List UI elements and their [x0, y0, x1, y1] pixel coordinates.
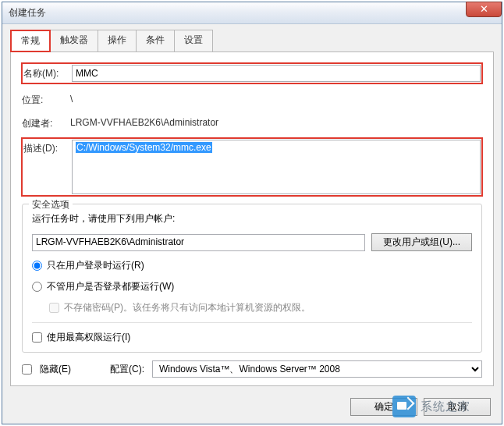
tab-actions[interactable]: 操作: [98, 30, 137, 51]
radio-logged-on-label: 只在用户登录时运行(R): [47, 259, 144, 272]
account-display: LRGM-VVFHAEB2K6\Administrator: [32, 234, 365, 251]
tab-general[interactable]: 常规: [10, 30, 51, 52]
close-button[interactable]: ✕: [466, 2, 502, 17]
radio-any-login-label: 不管用户是否登录都要运行(W): [47, 280, 174, 293]
ok-button[interactable]: 确定: [350, 398, 417, 416]
radio-logged-on-row: 只在用户登录时运行(R): [32, 259, 472, 272]
hidden-label: 隐藏(E): [40, 363, 71, 376]
name-row: 名称(M):: [22, 63, 482, 83]
description-label: 描述(D):: [23, 140, 72, 155]
author-row: 创建者: LRGM-VVFHAEB2K6\Administrator: [22, 115, 482, 130]
author-label: 创建者:: [22, 115, 70, 130]
description-row: 描述(D): C:/Windows/System32/mmc.exe: [22, 138, 482, 196]
configure-for-label: 配置(C):: [110, 363, 144, 376]
checkbox-hidden[interactable]: [22, 364, 32, 375]
configure-for-select[interactable]: Windows Vista™、Windows Server™ 2008: [152, 360, 482, 378]
tab-strip: 常规 触发器 操作 条件 设置: [10, 30, 494, 52]
name-label: 名称(M):: [23, 65, 72, 80]
tab-triggers[interactable]: 触发器: [50, 30, 98, 51]
tab-settings[interactable]: 设置: [174, 30, 213, 51]
highest-privileges-row: 使用最高权限运行(I): [32, 331, 472, 344]
run-as-label: 运行任务时，请使用下列用户帐户:: [32, 212, 472, 225]
titlebar[interactable]: 创建任务 ✕: [2, 2, 502, 24]
no-store-password-row: 不存储密码(P)。该任务将只有访问本地计算机资源的权限。: [49, 301, 472, 314]
radio-logged-on[interactable]: [32, 261, 42, 271]
create-task-dialog: 创建任务 ✕ 常规 触发器 操作 条件 设置 名称(M): 位置: \: [2, 2, 502, 424]
window-title: 创建任务: [9, 6, 46, 20]
location-label: 位置:: [22, 91, 70, 107]
checkbox-highest-privileges[interactable]: [32, 332, 42, 343]
change-user-button[interactable]: 更改用户或组(U)...: [371, 233, 472, 251]
separator: [32, 322, 472, 323]
security-group-title: 安全选项: [29, 198, 73, 211]
highest-privileges-label: 使用最高权限运行(I): [47, 331, 130, 344]
cancel-button[interactable]: 取消: [424, 398, 491, 416]
selected-description-text: C:/Windows/System32/mmc.exe: [76, 142, 212, 153]
author-value: LRGM-VVFHAEB2K6\Administrator: [70, 115, 482, 128]
name-input[interactable]: [72, 65, 481, 82]
security-options-group: 安全选项 运行任务时，请使用下列用户帐户: LRGM-VVFHAEB2K6\Ad…: [22, 204, 482, 353]
location-value: \: [70, 91, 482, 105]
dialog-button-bar: 确定 取消: [344, 392, 491, 416]
account-row: LRGM-VVFHAEB2K6\Administrator 更改用户或组(U).…: [32, 233, 472, 251]
close-icon: ✕: [480, 3, 488, 15]
radio-any-row: 不管用户是否登录都要运行(W): [32, 280, 472, 293]
content-area: 常规 触发器 操作 条件 设置 名称(M): 位置: \ 创建者: LRGM-V…: [2, 24, 502, 394]
no-store-password-label: 不存储密码(P)。该任务将只有访问本地计算机资源的权限。: [64, 301, 311, 314]
tab-panel-general: 名称(M): 位置: \ 创建者: LRGM-VVFHAEB2K6\Admini…: [10, 51, 494, 386]
location-row: 位置: \: [22, 91, 482, 107]
checkbox-no-store-password: [49, 303, 59, 313]
description-input[interactable]: C:/Windows/System32/mmc.exe: [72, 140, 481, 194]
radio-any-login[interactable]: [32, 282, 42, 292]
tab-conditions[interactable]: 条件: [136, 30, 175, 51]
bottom-row: 隐藏(E) 配置(C): Windows Vista™、Windows Serv…: [22, 360, 482, 378]
